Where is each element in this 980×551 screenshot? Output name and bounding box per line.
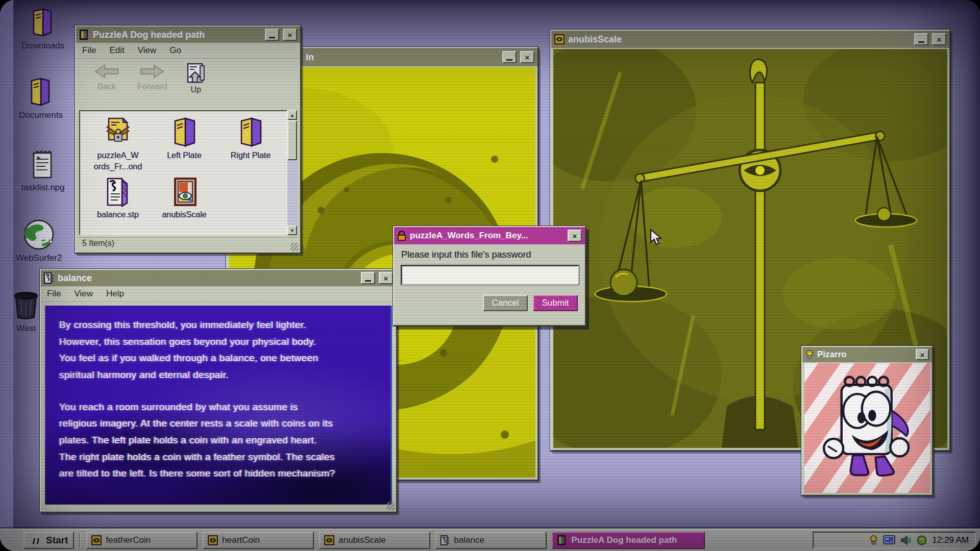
minimize-button[interactable] (265, 29, 279, 41)
menu-view[interactable]: View (138, 45, 157, 56)
close-button[interactable]: × (379, 272, 393, 284)
back-button[interactable]: Back (93, 63, 120, 91)
forward-button[interactable]: Forward (137, 63, 167, 91)
folder-icon (153, 116, 216, 148)
close-button[interactable]: × (283, 29, 297, 41)
desktop-icon-label: Downloads (13, 41, 72, 51)
clock: 12:29 AM (932, 535, 969, 545)
pizarro-title: Pizarro (817, 349, 912, 360)
explorer-title: PuzzleA Dog headed path (93, 30, 261, 40)
image-file-icon (153, 177, 216, 207)
start-logo-icon: n (30, 534, 43, 547)
close-button[interactable]: × (916, 349, 929, 360)
minimize-button[interactable] (914, 33, 928, 45)
explorer-titlebar[interactable]: PuzzleA Dog headed path × (76, 27, 300, 43)
task-label: PuzzleA Dog headed path (571, 535, 677, 545)
file-label: Right Plate (219, 150, 282, 161)
task-balance[interactable]: balance (435, 532, 547, 549)
scroll-up-button[interactable]: ▲ (287, 110, 297, 120)
file-label: balance.stp (86, 209, 150, 220)
close-button[interactable]: × (520, 51, 534, 63)
up-label: Up (190, 85, 201, 94)
scroll-down-button[interactable]: ▼ (287, 226, 297, 235)
resize-grip[interactable] (290, 243, 299, 251)
password-input[interactable] (401, 265, 579, 285)
svg-text:n: n (31, 534, 40, 547)
balance-titlebar[interactable]: balance × (41, 270, 396, 286)
menu-help[interactable]: Help (106, 289, 124, 299)
taskbar: n Start featherCoin heartCoin anubisScal… (0, 529, 980, 551)
password-dialog: puzzleA_Words_From_Bey... × Please input… (393, 226, 586, 326)
file-label: anubisScale (153, 209, 216, 220)
crt-screen: Downloads Documents tasklist.npg WebSurf… (0, 0, 980, 551)
balance-title: balance (58, 273, 357, 284)
speaker-icon[interactable] (900, 535, 912, 545)
scroll-thumb[interactable] (287, 120, 297, 160)
globe-icon (9, 218, 68, 251)
globe-clock-icon[interactable] (917, 535, 927, 545)
forward-arrow-icon (139, 63, 165, 80)
wastebasket-icon (8, 289, 44, 321)
s-document-icon (440, 535, 450, 545)
file-balance-stp[interactable]: balance.stp (86, 177, 150, 220)
desktop-icon-tasklist[interactable]: tasklist.npg (13, 148, 72, 193)
resize-grip[interactable] (386, 502, 395, 510)
eye-icon (554, 34, 565, 44)
start-label: Start (46, 535, 68, 546)
explorer-scrollbar[interactable]: ▲ ▼ (287, 110, 297, 235)
explorer-window: PuzzleA Dog headed path × File Edit View… (75, 26, 301, 254)
close-button[interactable]: × (568, 230, 582, 242)
up-button[interactable]: Up (185, 63, 207, 94)
desktop-icon-documents[interactable]: Documents (11, 77, 70, 120)
pizarro-titlebar[interactable]: Pizarro × (802, 347, 932, 362)
menu-edit[interactable]: Edit (109, 45, 124, 56)
story-paragraph-2: You reach a room surrounded by what you … (59, 399, 377, 482)
task-label: anubisScale (338, 535, 386, 545)
lightbulb-icon[interactable] (869, 535, 878, 546)
start-button[interactable]: n Start (23, 532, 74, 549)
explorer-toolbar: Back Forward Up (76, 59, 300, 97)
password-dialog-titlebar[interactable]: puzzleA_Words_From_Bey... × (394, 227, 585, 244)
minimize-button[interactable] (502, 51, 517, 63)
s-document-icon (44, 272, 54, 284)
back-arrow-icon (93, 63, 120, 80)
menu-file[interactable]: File (82, 45, 96, 56)
system-tray: 12:29 AM (813, 532, 976, 549)
task-anubisscale[interactable]: anubisScale (319, 532, 430, 549)
file-label: Left Plate (153, 150, 216, 161)
menu-go[interactable]: Go (169, 45, 181, 56)
desktop-icon-label: tasklist.npg (13, 183, 72, 193)
file-puzzlea-words[interactable]: puzzleA_W ords_Fr...ond (86, 116, 150, 172)
mouse-cursor (649, 229, 665, 246)
display-icon[interactable] (883, 535, 895, 545)
story-paragraph-1: By crossing this threshold, you immediat… (59, 317, 377, 384)
password-dialog-body: Please input this file's password Cancel… (394, 244, 585, 316)
desktop-icon-websurfer2[interactable]: WebSurfer2 (9, 218, 68, 263)
desktop-icon-label: WebSurfer2 (9, 253, 68, 263)
explorer-statusbar: 5 Item(s) (78, 237, 298, 251)
pizarro-window: Pizarro × (801, 346, 933, 496)
menu-view[interactable]: View (74, 289, 93, 299)
taskbar-divider (79, 533, 81, 548)
cancel-button[interactable]: Cancel (483, 295, 528, 311)
desktop-icon-label: Documents (11, 110, 70, 120)
desktop-icon-label: Wast (8, 323, 44, 334)
task-heartcoin[interactable]: heartCoin (203, 532, 314, 549)
item-count: 5 Item(s) (82, 239, 114, 247)
file-right-plate[interactable]: Right Plate (219, 116, 282, 161)
menu-file[interactable]: File (47, 289, 61, 299)
folder-icon (11, 77, 70, 108)
close-button[interactable]: × (932, 33, 946, 45)
back-label: Back (97, 82, 116, 91)
minimize-button[interactable] (361, 272, 375, 284)
desktop-icon-downloads[interactable]: Downloads (13, 7, 72, 51)
door-icon (79, 30, 89, 40)
task-puzzlea-active[interactable]: PuzzleA Dog headed path (552, 532, 705, 549)
file-anubisscale[interactable]: anubisScale (153, 177, 216, 220)
desktop-icon-wastebasket[interactable]: Wast (8, 289, 44, 334)
file-left-plate[interactable]: Left Plate (153, 116, 216, 161)
task-feathercoin[interactable]: featherCoin (86, 532, 198, 549)
coin-eye-icon (324, 535, 334, 545)
submit-button[interactable]: Submit (533, 295, 578, 311)
anubis-window-titlebar[interactable]: anubisScale × (551, 31, 949, 48)
